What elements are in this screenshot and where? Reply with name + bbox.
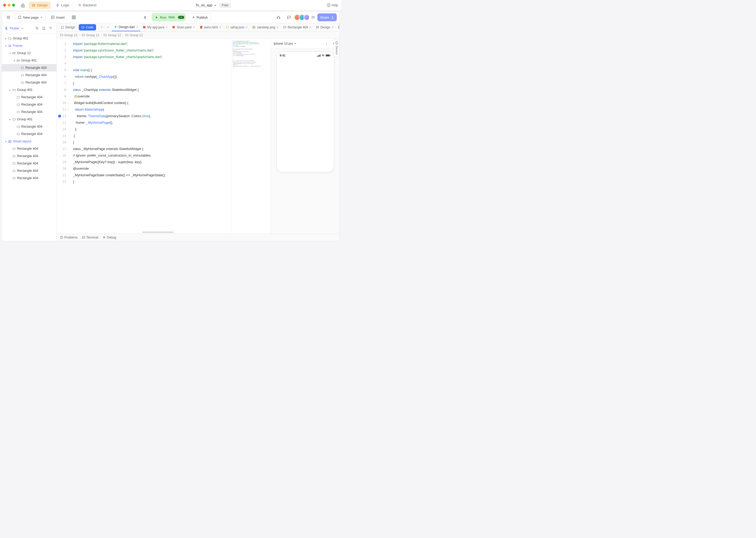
tree-item[interactable]: Rectangle 404 — [2, 130, 57, 138]
search-button[interactable] — [34, 25, 40, 31]
components-button[interactable] — [70, 13, 78, 21]
close-tab-icon[interactable]: × — [276, 25, 278, 29]
fold-icon[interactable]: ⌄ — [67, 102, 70, 104]
run-target-dropdown[interactable] — [178, 16, 184, 19]
tree-item[interactable]: ▸Group 401 — [2, 116, 57, 123]
code-line[interactable]: } — [73, 178, 231, 185]
share-button[interactable]: Share — [317, 13, 337, 21]
comment-button[interactable] — [285, 13, 293, 21]
code-line[interactable]: theme: ThemeData(primarySwatch: Colors.b… — [73, 113, 231, 119]
code-line[interactable]: class _MyHomePage extends StatefulWidget… — [73, 145, 231, 152]
code-line[interactable]: import 'package:syncfusion_flutter_chart… — [73, 54, 231, 60]
code-area[interactable]: 1⌄2⌄3⌄4⌄5⌄6⌄7⌄8⌄9⌄10⌄11⌄12⌄13⌄14⌄15⌄16⌄1… — [57, 39, 271, 234]
mode-backend[interactable]: Backend — [75, 2, 100, 9]
code-line[interactable]: class _ChartApp extends StatelessWidget … — [73, 86, 231, 93]
tree-item[interactable]: Rectangle 404 — [2, 93, 57, 101]
code-line[interactable]: return MaterialApp( — [73, 106, 231, 113]
close-tab-icon[interactable]: × — [193, 25, 195, 29]
mode-design[interactable]: Design — [28, 2, 51, 9]
file-tab[interactable]: sandeep.png× — [250, 23, 281, 31]
code-line[interactable]: import 'package:flutter/material.dart'; — [73, 40, 231, 47]
code-line[interactable] — [73, 60, 231, 67]
tree-item[interactable]: ▾Group 401 — [2, 57, 57, 64]
close-window[interactable] — [3, 4, 6, 7]
tree-item[interactable]: Rectangle 404 — [2, 175, 57, 182]
close-tab-icon[interactable]: × — [309, 25, 311, 29]
home-button[interactable] — [19, 2, 26, 9]
code-line[interactable]: _MyHomePage({Key? key}) : super(key: key… — [73, 159, 231, 165]
tree-item[interactable]: Rectangle 404 — [2, 123, 57, 130]
problems-tab[interactable]: Problems — [60, 236, 78, 239]
fold-icon[interactable]: ⌄ — [67, 108, 70, 111]
close-tab-icon[interactable]: × — [165, 25, 168, 29]
breadcrumb-item[interactable]: Group 12 — [60, 33, 77, 37]
chevron-right-icon[interactable]: ▸ — [8, 88, 12, 91]
code-line[interactable]: } — [73, 139, 231, 145]
new-page-button[interactable]: New page — [15, 13, 46, 21]
file-tab[interactable]: My app.java× — [140, 23, 170, 31]
code-line[interactable]: _MyHomePageState createState() => _MyHom… — [73, 172, 231, 178]
chevron-right-icon[interactable]: ▸ — [4, 37, 8, 40]
breadcrumb-item[interactable]: Group 12 — [125, 33, 143, 37]
framework-dropdown[interactable]: Flutter — [4, 26, 32, 30]
close-tab-icon[interactable]: × — [219, 25, 221, 29]
chevron-right-icon[interactable]: ▸ — [8, 118, 12, 121]
minimap[interactable]: import 'package:flutter/material.dart';i… — [231, 39, 271, 234]
close-tab-icon[interactable]: × — [246, 25, 248, 29]
tree-item[interactable]: ▾Frame — [2, 42, 57, 49]
tree-item[interactable]: Rectangle 404 — [2, 64, 57, 72]
maximize-window[interactable] — [12, 4, 15, 7]
code-line[interactable]: // ignore: prefer_const_constructors_in_… — [73, 152, 231, 159]
file-tab[interactable]: Design.dart× — [112, 23, 140, 31]
nav-forward[interactable] — [105, 25, 111, 30]
mode-logic[interactable]: Logic — [53, 2, 72, 9]
menu-button[interactable] — [4, 13, 12, 21]
chevron-down-icon[interactable]: ▾ — [8, 52, 12, 55]
tree-item[interactable]: ▾Smart layout — [2, 138, 57, 145]
code-line[interactable]: import 'package:syncfusion_flutter_chart… — [73, 47, 231, 54]
tree-item[interactable]: Rectangle 404 — [2, 79, 57, 86]
tree-item[interactable]: ▾Group 12 — [2, 49, 57, 57]
breadcrumb-item[interactable]: Group 12 — [82, 33, 99, 37]
help-button[interactable]: help — [327, 3, 338, 7]
publish-button[interactable]: Publish — [188, 13, 211, 21]
code-line[interactable]: } — [73, 80, 231, 86]
terminal-tab[interactable]: Terminal — [82, 236, 98, 239]
tree-item[interactable]: Rectangle 404 — [2, 108, 57, 116]
file-tab[interactable]: sahaj.json× — [223, 23, 250, 31]
close-tab-icon[interactable]: × — [136, 25, 138, 29]
chevron-down-icon[interactable]: ▾ — [12, 59, 16, 62]
collaborator-avatars[interactable]: 20 — [296, 14, 315, 21]
view-tab-design[interactable]: Design — [58, 24, 78, 30]
bookmark-button[interactable] — [41, 25, 47, 31]
headphones-button[interactable] — [275, 13, 282, 21]
tree-item[interactable]: ▸Group 401 — [2, 35, 57, 42]
code-line[interactable]: home: _MyHomePage(), — [73, 119, 231, 126]
nav-back[interactable] — [99, 25, 105, 30]
device-side-tab[interactable]: Device — [334, 39, 339, 57]
run-button[interactable]: Run Web — [152, 13, 186, 21]
code-lines[interactable]: import 'package:flutter/material.dart';i… — [71, 39, 231, 234]
code-line[interactable]: } — [73, 133, 231, 139]
app-name-dropdown[interactable]: To_do_app — [196, 3, 216, 7]
filter-button[interactable] — [48, 25, 54, 31]
tree-item[interactable]: Rectangle 404 — [2, 145, 57, 152]
fold-icon[interactable]: ⌄ — [67, 88, 70, 91]
chevron-down-icon[interactable]: ▾ — [4, 44, 8, 47]
tree-item[interactable]: Rectangle 404 — [2, 160, 57, 167]
debug-tab[interactable]: Debug — [102, 236, 116, 239]
fold-icon[interactable]: ⌄ — [67, 148, 70, 150]
view-tab-code[interactable]: Code — [79, 24, 96, 30]
file-tab[interactable]: Shan.yaml× — [170, 23, 197, 31]
fold-icon[interactable]: ⌄ — [67, 69, 70, 72]
preview-more[interactable] — [324, 41, 329, 46]
tree-item[interactable]: Rectangle 404 — [2, 152, 57, 160]
code-line[interactable]: @override — [73, 93, 231, 100]
tree-item[interactable]: ▸Group 401 — [2, 86, 57, 93]
device-dropdown[interactable]: Iphone 14 pro — [273, 42, 322, 45]
chevron-down-icon[interactable]: ▾ — [4, 140, 8, 143]
tree-item[interactable]: Rectangle 404 — [2, 167, 57, 175]
tree-item[interactable]: Rectangle 404 — [2, 101, 57, 108]
breakpoint-marker[interactable] — [58, 115, 61, 117]
code-line[interactable]: @override — [73, 165, 231, 172]
